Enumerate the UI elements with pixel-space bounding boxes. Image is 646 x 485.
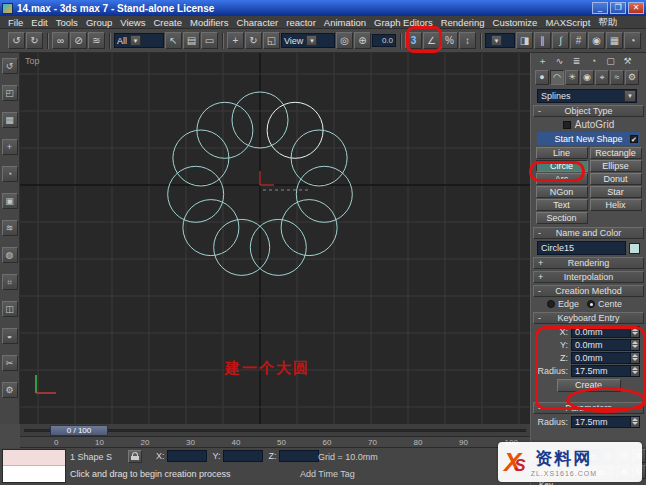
bind-to-space-warp-icon[interactable]: ≋ [88, 32, 105, 49]
chevron-down-icon[interactable]: ▼ [624, 90, 636, 102]
lights-icon[interactable]: ☀ [565, 70, 579, 85]
rollout-interpolation[interactable]: +Interpolation [533, 271, 644, 283]
z-spinner[interactable] [630, 353, 639, 363]
rollout-rendering[interactable]: +Rendering [533, 257, 644, 269]
systems-icon[interactable]: ⚙ [625, 70, 639, 85]
menu-animation[interactable]: Animation [320, 17, 370, 28]
selection-filter-dropdown[interactable]: All▼ [114, 33, 164, 48]
radius-spinner[interactable] [630, 366, 639, 376]
select-and-manipulate-icon[interactable]: ⊕ [354, 32, 371, 49]
menu-modifiers[interactable]: Modifiers [186, 17, 233, 28]
left-toolbar-icon-7[interactable]: ≋ [2, 220, 18, 236]
chevron-down-icon[interactable]: ▼ [306, 35, 317, 46]
chevron-down-icon[interactable]: ▼ [491, 35, 502, 46]
left-toolbar-icon-9[interactable]: ⌗ [2, 274, 18, 290]
render-scene-icon[interactable]: ▦ [606, 32, 623, 49]
maxscript-mini-listener[interactable] [2, 449, 66, 483]
cameras-icon[interactable]: ◉ [580, 70, 594, 85]
y-spinner[interactable] [630, 340, 639, 350]
tab-modify[interactable]: ∿ [552, 55, 567, 68]
left-toolbar-icon-5[interactable]: ◔ [2, 166, 18, 182]
select-and-rotate-icon[interactable]: ↻ [245, 32, 262, 49]
mirror-icon[interactable]: ◨ [516, 32, 533, 49]
unlink-selection-icon[interactable]: ⊘ [70, 32, 87, 49]
rollout-creation-method[interactable]: -Creation Method [533, 285, 644, 297]
chevron-down-icon[interactable]: ▼ [130, 35, 141, 46]
helpers-icon[interactable]: ⌖ [595, 70, 609, 85]
angle-snap-icon[interactable]: ∠ [423, 32, 440, 49]
listener-pane[interactable] [3, 466, 65, 482]
redo-icon[interactable]: ↻ [26, 32, 43, 49]
ellipse-button[interactable]: Ellipse [590, 160, 642, 172]
center-radio[interactable] [587, 300, 595, 308]
left-toolbar-icon-11[interactable]: ◒ [2, 328, 18, 344]
status-y-field[interactable] [223, 450, 263, 462]
left-toolbar-icon-12[interactable]: ✂ [2, 355, 18, 371]
align-icon[interactable]: ∥ [534, 32, 551, 49]
z-input[interactable]: 0.0mm [571, 352, 640, 364]
quick-render-icon[interactable]: ◔ [624, 32, 641, 49]
spinner-snap-icon[interactable]: ↕ [459, 32, 476, 49]
geometry-icon[interactable]: ● [535, 70, 549, 85]
menu-views[interactable]: Views [116, 17, 149, 28]
menu-reactor[interactable]: reactor [282, 17, 320, 28]
percent-snap-icon[interactable]: % [441, 32, 458, 49]
left-toolbar-icon-3[interactable]: ▦ [2, 112, 18, 128]
menu-tools[interactable]: Tools [52, 17, 82, 28]
star-button[interactable]: Star [590, 186, 642, 198]
named-selection-sets-dropdown[interactable]: ▼ [485, 33, 515, 48]
left-toolbar-icon-13[interactable]: ⚙ [2, 382, 18, 398]
menu-create[interactable]: Create [149, 17, 186, 28]
rollout-parameters[interactable]: -Parameters [533, 402, 644, 414]
undo-icon[interactable]: ↺ [8, 32, 25, 49]
menu-maxscript[interactable]: MAXScript [541, 17, 594, 28]
select-object-icon[interactable]: ↖ [165, 32, 182, 49]
donut-button[interactable]: Donut [590, 173, 642, 185]
rectangle-button[interactable]: Rectangle [590, 147, 642, 159]
text-button[interactable]: Text [536, 199, 588, 211]
minimize-button[interactable]: _ [592, 2, 608, 14]
material-editor-icon[interactable]: ◉ [588, 32, 605, 49]
line-button[interactable]: Line [536, 147, 588, 159]
rollout-name-and-color[interactable]: -Name and Color [533, 227, 644, 239]
helix-button[interactable]: Helix [590, 199, 642, 211]
menu-character[interactable]: Character [233, 17, 283, 28]
x-spinner[interactable] [630, 327, 639, 337]
menu-rendering[interactable]: Rendering [437, 17, 489, 28]
tab-motion[interactable]: ◔ [586, 55, 601, 68]
shapes-icon[interactable]: ◠ [550, 70, 564, 85]
snaps-toggle-icon[interactable]: 3 [405, 32, 422, 49]
menu-edit[interactable]: Edit [27, 17, 51, 28]
create-button[interactable]: Create [557, 379, 621, 392]
arc-button[interactable]: Arc [536, 173, 588, 185]
select-and-scale-icon[interactable]: ◱ [263, 32, 280, 49]
close-button[interactable]: ✕ [628, 2, 644, 14]
circle-button[interactable]: Circle [536, 160, 588, 172]
menu-customize[interactable]: Customize [489, 17, 542, 28]
x-input[interactable]: 0.0mm [571, 326, 640, 338]
use-center-icon[interactable]: ◎ [336, 32, 353, 49]
parameters-radius-input[interactable]: 17.5mm [571, 416, 640, 428]
maximize-button[interactable]: ❐ [610, 2, 626, 14]
rollout-keyboard-entry[interactable]: -Keyboard Entry [533, 312, 644, 324]
menu-help[interactable]: 帮助 [594, 16, 621, 29]
time-slider[interactable]: 0 / 100 [20, 424, 530, 437]
schematic-view-icon[interactable]: # [570, 32, 587, 49]
object-color-swatch[interactable] [629, 243, 640, 254]
selection-lock-icon[interactable] [128, 450, 142, 463]
curve-editor-icon[interactable]: ∫ [552, 32, 569, 49]
macro-recorder-pane[interactable] [3, 450, 65, 466]
edge-radio[interactable] [547, 300, 555, 308]
viewport-label[interactable]: Top [25, 56, 40, 66]
object-name-field[interactable]: Circle15 [537, 241, 626, 255]
reference-coordinate-dropdown[interactable]: View▼ [281, 33, 335, 48]
menu-file[interactable]: File [4, 17, 27, 28]
menu-group[interactable]: Group [82, 17, 116, 28]
parameters-radius-spinner[interactable] [630, 417, 639, 427]
tab-utilities[interactable]: ⚒ [620, 55, 635, 68]
shape-category-dropdown[interactable]: Splines▼ [537, 89, 637, 103]
track-bar[interactable]: 0 10 20 30 40 50 60 70 80 90 100 [20, 437, 530, 448]
viewport-top[interactable]: Top 建一个大圆 [20, 53, 530, 424]
status-z-field[interactable] [279, 450, 319, 462]
offset-field[interactable]: 0.0 [372, 34, 396, 47]
